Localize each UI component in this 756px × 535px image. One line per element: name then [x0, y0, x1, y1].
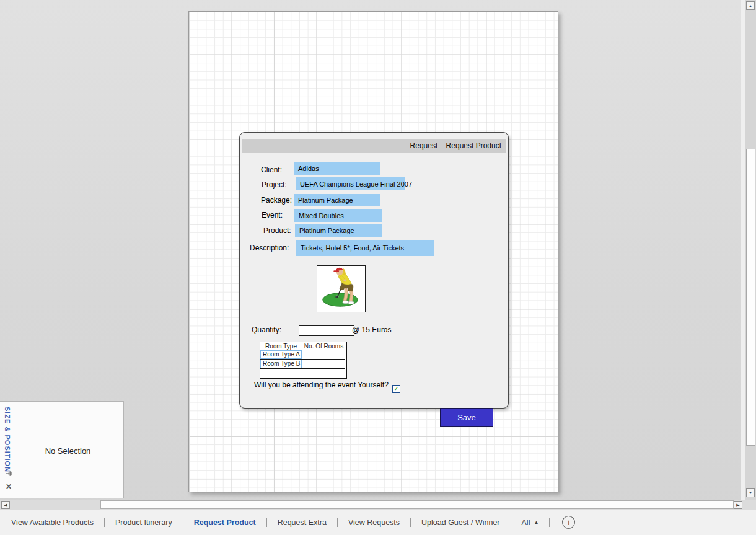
quantity-label: Quantity: [252, 325, 281, 335]
tab-overflow-all[interactable]: All ▲ [522, 518, 539, 527]
rooms-count-cell[interactable] [302, 369, 345, 378]
tab-separator [511, 518, 511, 527]
scroll-right-button[interactable]: ▶ [734, 501, 742, 509]
request-product-dialog: Request – Request Product Client: Adidas… [239, 132, 509, 409]
room-type-header: Room Type [260, 342, 302, 350]
room-type-cell: Room Type B [260, 360, 302, 369]
event-field[interactable]: Mixed Doubles [294, 209, 382, 222]
chevron-up-icon: ▲ [534, 520, 538, 525]
selection-status: No Selection [21, 446, 115, 456]
save-button[interactable]: Save [440, 408, 493, 427]
scroll-up-icon: ▲ [749, 4, 753, 8]
tab-view-available-products[interactable]: View Available Products [11, 518, 94, 527]
description-label: Description: [250, 242, 289, 254]
tab-upload-guest-winner[interactable]: Upload Guest / Winner [421, 518, 499, 527]
canvas-right-gutter [741, 0, 745, 500]
room-type-a-box[interactable]: Room Type A [260, 350, 302, 359]
product-label: Product: [263, 224, 291, 237]
package-field[interactable]: Platinum Package [294, 194, 380, 206]
description-field[interactable]: Tickets, Hotel 5*, Food, Air Tickets [296, 240, 434, 256]
add-tab-button[interactable]: + [562, 516, 575, 529]
tab-separator [410, 518, 411, 527]
scroll-right-icon: ▶ [736, 503, 739, 507]
checkmark-icon: ✓ [394, 386, 399, 392]
attend-question-label: Will you be attending the event Yourself… [254, 381, 389, 389]
scroll-left-button[interactable]: ◀ [1, 501, 10, 509]
horizontal-scrollbar-thumb[interactable] [100, 500, 734, 509]
client-field[interactable]: Adidas [294, 162, 380, 175]
tab-separator [183, 518, 183, 527]
tab-request-product[interactable]: Request Product [194, 518, 256, 527]
client-label: Client: [261, 164, 282, 176]
form-tab-bar: View Available Products Product Itinerar… [0, 510, 756, 535]
plus-icon: + [566, 518, 571, 527]
scroll-down-icon: ▼ [749, 490, 753, 495]
event-label: Event: [262, 209, 283, 221]
app-window: Request – Request Product Client: Adidas… [0, 0, 756, 535]
room-type-cell: Room Type A [260, 350, 302, 360]
room-type-b-box[interactable]: Room Type B [260, 360, 302, 368]
tab-view-requests[interactable]: View Requests [348, 518, 400, 527]
tab-separator [549, 518, 550, 527]
project-field[interactable]: UEFA Champions League Final 2007 [296, 177, 405, 190]
tab-separator [266, 518, 267, 527]
product-field[interactable]: Platinum Package [295, 224, 382, 237]
package-label: Package: [261, 194, 292, 206]
pin-panel-icon[interactable] [5, 470, 15, 477]
tab-separator [104, 518, 105, 527]
quantity-input[interactable] [299, 325, 354, 336]
panel-title: SIZE & POSITION [4, 407, 11, 472]
scroll-up-button[interactable]: ▲ [746, 1, 755, 10]
quantity-rate-label: @ 15 Euros [352, 325, 392, 335]
scroll-down-button[interactable]: ▼ [746, 488, 755, 497]
close-panel-icon[interactable]: ✕ [6, 483, 12, 490]
project-label: Project: [262, 179, 287, 191]
tab-overflow-all-label: All [522, 518, 530, 527]
no-of-rooms-header: No. Of Rooms [302, 342, 345, 350]
scroll-left-icon: ◀ [4, 503, 7, 507]
size-position-panel: SIZE & POSITION No Selection ✕ [0, 401, 124, 498]
rooms-count-cell[interactable] [302, 350, 345, 360]
dialog-titlebar[interactable]: Request – Request Product [242, 139, 506, 153]
rooms-count-cell[interactable] [302, 360, 345, 369]
room-table: Room Type No. Of Rooms Room Type A Room … [260, 342, 347, 379]
vertical-scrollbar-thumb[interactable] [746, 149, 755, 446]
room-type-cell [260, 369, 302, 378]
tab-separator [337, 518, 338, 527]
golfer-clipart-graphic [317, 266, 364, 311]
golfer-image [317, 265, 366, 312]
attend-checkbox[interactable]: ✓ [392, 385, 400, 393]
tab-product-itinerary[interactable]: Product Itinerary [115, 518, 172, 527]
tab-request-extra[interactable]: Request Extra [278, 518, 327, 527]
